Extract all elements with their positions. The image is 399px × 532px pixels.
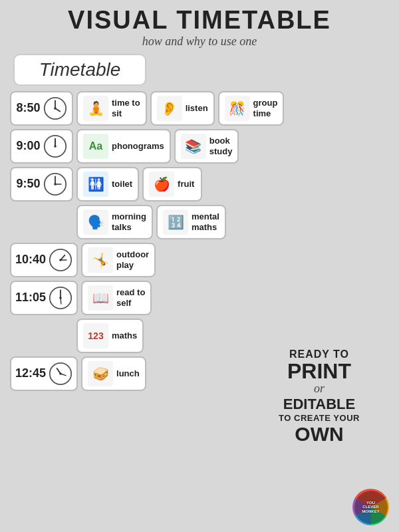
read-icon: 📖 <box>88 285 113 311</box>
sit-label: time tosit <box>112 98 140 118</box>
time-card-1105: 11:05 <box>10 281 78 315</box>
time-card-850: 8:50 <box>10 91 73 126</box>
phono-icon: Aa <box>83 134 108 159</box>
logo-text: YOUCLEVERMONKEY <box>362 501 379 514</box>
toilet-label: toilet <box>112 179 132 190</box>
time-1105: 11:05 <box>15 291 46 305</box>
main-title: VISUAL TIMETABLE <box>10 7 389 35</box>
read-label: read toself <box>116 287 145 308</box>
outdoor-label: outdoorplay <box>116 249 149 270</box>
fruit-label: fruit <box>178 179 194 190</box>
promo-editable: EDITABLE <box>253 396 386 413</box>
row-850: 8:50 🧘 time tosit 👂 listen 🎊 grouptime <box>10 91 389 126</box>
outdoor-icon: 🤸 <box>88 247 113 273</box>
activity-lunch: 🥪 lunch <box>81 356 146 391</box>
activity-time-to-sit: 🧘 time tosit <box>76 91 147 126</box>
morning-icon: 🗣️ <box>83 209 108 235</box>
row-1040: 10:40 🤸 outdoorplay <box>10 243 389 277</box>
time-1040: 10:40 <box>15 253 46 267</box>
maths-icon: 123 <box>83 323 108 348</box>
sub-title: how and why to use one <box>10 35 389 49</box>
activity-phonograms: Aa phonograms <box>76 129 171 164</box>
svg-point-15 <box>59 259 62 261</box>
phono-label: phonograms <box>112 141 164 152</box>
activity-toilet: 🚻 toilet <box>76 167 139 201</box>
svg-point-23 <box>59 372 62 375</box>
activity-book-study: 📚 bookstudy <box>174 129 239 164</box>
activity-morning-talks: 🗣️ morningtalks <box>76 205 153 239</box>
svg-point-11 <box>54 183 57 186</box>
clock-900 <box>43 134 67 158</box>
timetable-rows: 8:50 🧘 time tosit 👂 listen 🎊 grouptime <box>10 91 389 391</box>
page: VISUAL TIMETABLE how and why to use one … <box>0 0 399 532</box>
activity-outdoor-play: 🤸 outdoorplay <box>81 243 156 277</box>
activity-listen: 👂 listen <box>150 91 215 126</box>
time-card-1040: 10:40 <box>10 243 78 277</box>
fruit-icon: 🍎 <box>149 172 174 197</box>
activity-group-time: 🎊 grouptime <box>218 91 285 126</box>
promo-own: OWN <box>253 423 386 446</box>
time-card-900: 9:00 <box>10 129 73 164</box>
toilet-icon: 🚻 <box>83 172 108 197</box>
promo-or: or <box>253 382 386 396</box>
clock-950 <box>43 172 67 196</box>
morning-label: morningtalks <box>112 211 146 232</box>
svg-point-19 <box>59 297 62 299</box>
clock-1040 <box>49 248 72 272</box>
promo-print: PRINT <box>253 360 386 382</box>
activity-read-to-self: 📖 read toself <box>81 281 152 315</box>
time-900: 9:00 <box>16 139 40 153</box>
time-850: 8:50 <box>16 101 40 115</box>
activity-fruit: 🍎 fruit <box>142 167 202 201</box>
time-card-1245: 12:45 <box>10 356 78 391</box>
row-950: 9:50 🚻 toilet 🍎 fruit <box>10 167 389 201</box>
clock-850 <box>43 96 67 120</box>
time-card-950: 9:50 <box>10 167 73 201</box>
lunch-icon: 🥪 <box>88 361 113 386</box>
group-icon: 🎊 <box>225 96 250 121</box>
clock-1245 <box>49 362 72 386</box>
book-label: bookstudy <box>209 136 233 156</box>
logo-badge: YOUCLEVERMONKEY <box>352 489 389 525</box>
group-label: grouptime <box>253 98 278 118</box>
row-maths-indented: 123 maths <box>76 319 389 353</box>
row-morning: 🗣️ morningtalks 🔢 mentalmaths <box>76 205 389 239</box>
row-900: 9:00 Aa phonograms 📚 bookstudy <box>10 129 389 164</box>
svg-point-3 <box>54 107 57 110</box>
book-icon: 📚 <box>181 134 206 159</box>
activity-mental-maths: 🔢 mentalmaths <box>156 205 226 239</box>
timetable-label-card: Timetable <box>13 54 146 86</box>
time-1245: 12:45 <box>15 366 46 380</box>
sit-icon: 🧘 <box>83 96 108 121</box>
mental-icon: 🔢 <box>163 209 188 235</box>
promo-to-create: TO CREATE YOUR <box>253 413 386 423</box>
lunch-label: lunch <box>116 368 140 379</box>
clock-1105 <box>49 286 72 310</box>
maths-label: maths <box>112 331 137 341</box>
listen-icon: 👂 <box>157 96 182 121</box>
activity-maths: 123 maths <box>76 319 144 353</box>
promo-block: READY TO PRINT or EDITABLE TO CREATE YOU… <box>253 348 386 446</box>
listen-label: listen <box>186 103 208 114</box>
svg-point-7 <box>54 145 57 148</box>
row-1105: 11:05 📖 read toself <box>10 281 389 315</box>
time-950: 9:50 <box>16 177 40 191</box>
mental-label: mentalmaths <box>192 211 219 232</box>
